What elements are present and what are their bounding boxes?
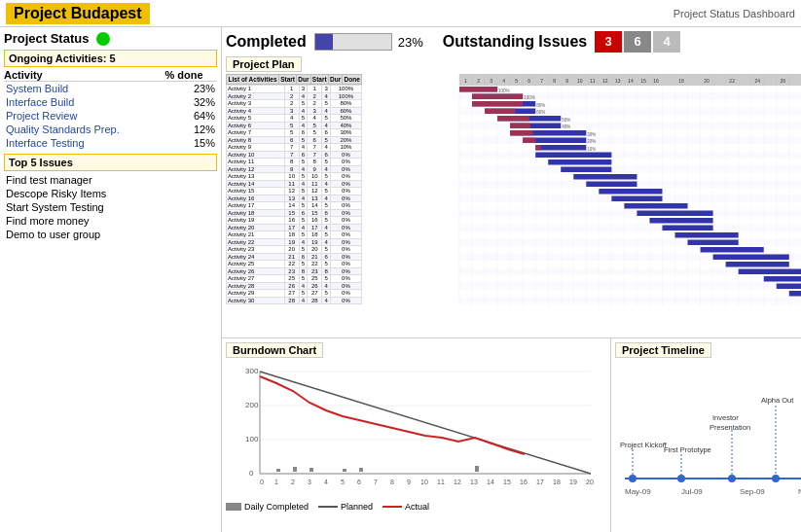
burndown-title: Burndown Chart xyxy=(226,342,323,358)
svg-text:May-09: May-09 xyxy=(625,487,651,496)
svg-rect-160 xyxy=(739,269,801,275)
svg-text:7: 7 xyxy=(540,78,543,84)
status-indicator xyxy=(96,32,110,46)
svg-rect-156 xyxy=(713,255,789,261)
svg-rect-146 xyxy=(649,218,712,224)
svg-rect-145 xyxy=(459,217,801,225)
svg-text:5: 5 xyxy=(515,78,518,84)
gantt-row: Activity 27 25 5 25 5 0% xyxy=(227,275,362,283)
gantt-row: Activity 29 27 5 27 5 0% xyxy=(227,290,362,298)
issue-item: Find test manager xyxy=(4,173,217,187)
svg-text:20%: 20% xyxy=(587,139,596,144)
completed-bar-outer xyxy=(314,33,392,51)
svg-text:10: 10 xyxy=(420,479,428,485)
svg-text:13: 13 xyxy=(615,78,621,84)
issue-item: Demo to user group xyxy=(4,228,217,241)
timeline-chart[interactable]: May-09 Jul-09 Sep-09 Nov-09 Jan-10 Mar-1… xyxy=(615,362,801,513)
svg-text:9: 9 xyxy=(407,479,411,485)
svg-rect-127 xyxy=(459,152,801,160)
legend-daily-label: Daily Completed xyxy=(244,502,309,512)
svg-rect-166 xyxy=(789,291,801,297)
svg-text:15: 15 xyxy=(503,479,511,485)
dashboard-subtitle: Project Status Dashboard xyxy=(674,8,795,19)
legend-planned-label: Planned xyxy=(341,502,373,512)
svg-text:17: 17 xyxy=(536,479,544,485)
svg-rect-129 xyxy=(459,159,801,166)
gantt-row: Activity 13 10 5 10 5 0% xyxy=(227,173,362,181)
svg-rect-44 xyxy=(764,74,777,86)
burndown-legend: Daily Completed Planned Actual xyxy=(226,502,606,512)
svg-text:2: 2 xyxy=(477,78,480,84)
svg-text:18: 18 xyxy=(553,479,561,485)
svg-text:8: 8 xyxy=(553,78,556,84)
svg-text:19: 19 xyxy=(569,479,577,485)
gantt-row: Activity 4 3 4 3 4 60% xyxy=(227,107,362,115)
gantt-row: Activity 3 2 5 2 5 80% xyxy=(227,100,362,108)
svg-text:1: 1 xyxy=(274,479,278,485)
issue-item: Start System Testing xyxy=(4,200,217,214)
gantt-row: Activity 21 18 5 18 5 0% xyxy=(227,231,362,239)
gantt-th-dur2: Dur xyxy=(328,75,342,85)
svg-rect-121 xyxy=(523,138,535,144)
svg-text:300: 300 xyxy=(245,367,259,375)
gantt-row: Activity 6 5 4 5 4 40% xyxy=(227,122,362,129)
svg-rect-181 xyxy=(309,468,313,472)
svg-text:100%: 100% xyxy=(498,89,510,93)
svg-text:14: 14 xyxy=(487,479,494,485)
gantt-row: Activity 16 13 4 13 4 0% xyxy=(227,195,362,202)
svg-rect-125 xyxy=(535,145,540,151)
activity-link[interactable]: Project Review xyxy=(6,110,77,122)
svg-text:16: 16 xyxy=(653,78,659,84)
activity-link[interactable]: System Build xyxy=(6,83,68,94)
svg-rect-162 xyxy=(764,276,801,282)
timeline-title: Project Timeline xyxy=(615,342,711,358)
svg-text:1: 1 xyxy=(464,78,467,84)
pct-col-header: % done xyxy=(164,69,217,82)
svg-text:24: 24 xyxy=(754,78,760,84)
svg-text:14: 14 xyxy=(628,78,634,84)
svg-rect-167 xyxy=(459,298,801,305)
activity-link[interactable]: Interface Build xyxy=(6,96,74,108)
svg-rect-117 xyxy=(510,130,532,136)
svg-text:6: 6 xyxy=(357,479,361,485)
svg-rect-109 xyxy=(497,116,529,122)
activity-pct: 32% xyxy=(164,95,217,109)
gantt-row: Activity 5 4 5 4 5 50% xyxy=(227,115,362,123)
svg-rect-140 xyxy=(611,196,662,202)
activity-link[interactable]: Interface Testing xyxy=(6,137,85,149)
svg-text:2: 2 xyxy=(291,479,295,485)
outstanding-badge-3: 4 xyxy=(653,31,680,53)
svg-text:First Prototype: First Prototype xyxy=(664,445,711,454)
activity-pct: 64% xyxy=(164,109,217,123)
legend-daily-icon xyxy=(226,503,241,511)
gantt-row: Activity 9 7 4 7 4 10% xyxy=(227,144,362,152)
svg-rect-91 xyxy=(459,86,801,93)
activity-link[interactable]: Quality Standards Prep. xyxy=(6,124,120,135)
svg-rect-47 xyxy=(789,74,801,86)
svg-rect-180 xyxy=(293,467,297,472)
svg-rect-128 xyxy=(535,153,611,159)
svg-rect-93 xyxy=(459,87,497,92)
gantt-row: Activity 23 20 5 20 5 0% xyxy=(227,246,362,254)
svg-rect-144 xyxy=(637,211,712,217)
project-status-label: Project Status xyxy=(4,31,89,46)
issue-item: Descope Risky Items xyxy=(4,187,217,200)
svg-rect-150 xyxy=(675,232,739,238)
svg-rect-149 xyxy=(459,231,801,239)
gantt-row: Activity 28 26 4 26 4 0% xyxy=(227,282,362,290)
svg-rect-124 xyxy=(535,145,586,151)
svg-point-220 xyxy=(728,475,736,482)
svg-text:6: 6 xyxy=(528,78,530,84)
svg-rect-138 xyxy=(599,189,662,195)
activity-pct: 15% xyxy=(164,136,217,150)
svg-text:4: 4 xyxy=(324,479,328,485)
burndown-chart: 300 200 100 0 xyxy=(226,362,596,498)
activity-table: Activity % done System Build 23% Interfa… xyxy=(4,69,217,150)
svg-point-217 xyxy=(677,475,685,482)
svg-text:22: 22 xyxy=(729,78,735,84)
svg-text:100%: 100% xyxy=(524,95,535,100)
issue-item: Find more money xyxy=(4,214,217,228)
activity-pct: 12% xyxy=(164,123,217,136)
svg-rect-183 xyxy=(359,468,363,472)
gantt-row: Activity 2 2 4 2 4 100% xyxy=(227,92,362,100)
